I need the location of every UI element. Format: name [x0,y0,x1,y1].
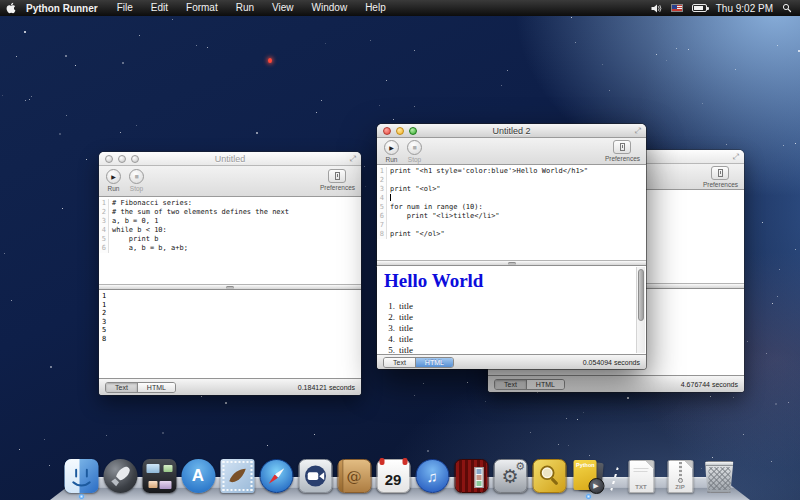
dock-item-system-preferences[interactable]: ⚙⚙ [492,456,529,493]
preferences-button[interactable]: Preferences [320,169,355,191]
active-app-name[interactable]: Python Runner [22,3,108,14]
dock-item-archive-utility[interactable] [531,456,568,493]
star [414,395,415,396]
star [602,64,603,65]
code-line: 4while b < 10: [99,226,361,235]
star [370,40,371,41]
output-line: 5 [102,326,361,335]
output-pane[interactable]: 112358 [99,290,361,378]
star [379,105,380,106]
run-button[interactable]: ▶Run [106,169,121,192]
dock-item-itunes[interactable]: ♫ [414,456,451,493]
star [467,382,468,383]
dock-item-txt-document[interactable]: TXT [623,456,660,493]
star [31,96,32,97]
star [75,65,76,66]
star [25,100,26,101]
line-number: 4 [99,226,109,235]
star [788,402,789,403]
desktop: Python Runner FileEditFormatRunViewWindo… [0,0,800,500]
window-title: Untitled 2 [377,126,646,136]
html-tab[interactable]: HTML [137,383,175,392]
battery-icon[interactable] [692,4,707,12]
menu-clock[interactable]: Thu 9:02 PM [716,3,773,14]
dock-separator [610,467,619,491]
star [65,55,67,57]
expand-icon[interactable]: ⤢ [733,153,744,161]
code-line: 7 [377,221,646,230]
star [139,35,140,36]
dock-item-trash[interactable] [701,456,738,493]
dock-icons: A@29♫⚙⚙Python▶TXTZIP [62,456,739,493]
star [44,439,45,440]
code-line: 5for num in range (10): [377,203,646,212]
scrollbar-thumb[interactable] [638,269,644,321]
star [19,449,20,450]
star [207,47,208,48]
stop-button[interactable]: ■Stop [407,140,422,163]
titlebar[interactable]: Untitled ⤢ [99,152,361,166]
code-editor[interactable]: 1print "<h1 style='color:blue'>Hello Wor… [377,165,646,260]
code-editor[interactable]: 1# Fibonacci series:2# the sum of two el… [99,197,361,284]
star [710,396,711,397]
text-tab[interactable]: Text [495,380,526,389]
run-button[interactable]: ▶Run [384,140,399,163]
star [62,208,63,209]
dock-item-zip-document[interactable]: ZIP [662,456,699,493]
preferences-button[interactable]: Preferences [605,140,640,162]
dock-item-finder[interactable] [63,456,100,493]
app-store-icon: A [181,459,215,493]
spotlight-icon[interactable] [782,3,792,13]
apple-menu[interactable] [0,2,22,14]
dock-item-mail[interactable] [219,456,256,493]
html-tab[interactable]: HTML [415,358,453,367]
stop-button[interactable]: ■Stop [129,169,144,192]
dock-item-ical[interactable]: 29 [375,456,412,493]
dock-item-safari[interactable] [258,456,295,493]
dock-item-app-store[interactable]: A [180,456,217,493]
dock-item-photo-booth[interactable] [453,456,490,493]
us-flag-icon[interactable] [671,4,683,12]
itunes-icon: ♫ [415,459,449,493]
star [735,69,736,70]
star [676,48,677,49]
scrollbar[interactable] [636,267,645,353]
dock-item-mission-control[interactable] [141,456,178,493]
dock-item-python-runner[interactable]: Python▶ [570,456,607,493]
code-line: 6 a, b = b, a+b; [99,244,361,253]
titlebar[interactable]: Untitled 2 ⤢ [377,124,646,138]
star [393,119,394,120]
output-mode-switch: Text HTML [383,357,454,368]
star [256,132,258,134]
star [656,54,657,55]
star [321,100,322,101]
preferences-icon [711,166,729,180]
menu-run[interactable]: Run [227,2,263,13]
code-line: 1print "<h1 style='color:blue'>Hello Wor… [377,167,646,176]
star [106,435,107,436]
star [314,434,315,435]
zip-document-icon: ZIP [667,460,693,493]
star [201,396,202,397]
output-line: 2 [102,309,361,318]
text-tab[interactable]: Text [384,358,415,367]
dock-item-launchpad[interactable] [102,456,139,493]
menu-file[interactable]: File [108,2,142,13]
star [688,49,689,50]
output-pane[interactable]: Hello World 1.title2.title3.title4.title… [377,266,646,354]
menu-help[interactable]: Help [356,2,395,13]
menu-window[interactable]: Window [303,2,357,13]
html-tab[interactable]: HTML [526,380,564,389]
text-tab[interactable]: Text [106,383,137,392]
code-line: 5 print b [99,235,361,244]
star [775,403,777,405]
volume-icon[interactable] [651,4,662,13]
menu-edit[interactable]: Edit [142,2,177,13]
dock-item-address-book[interactable]: @ [336,456,373,493]
menu-format[interactable]: Format [177,2,227,13]
text-cursor [390,194,391,201]
launchpad-icon [103,459,137,493]
menu-view[interactable]: View [263,2,303,13]
dock-item-facetime[interactable] [297,456,334,493]
preferences-button[interactable]: Preferences [703,166,738,188]
